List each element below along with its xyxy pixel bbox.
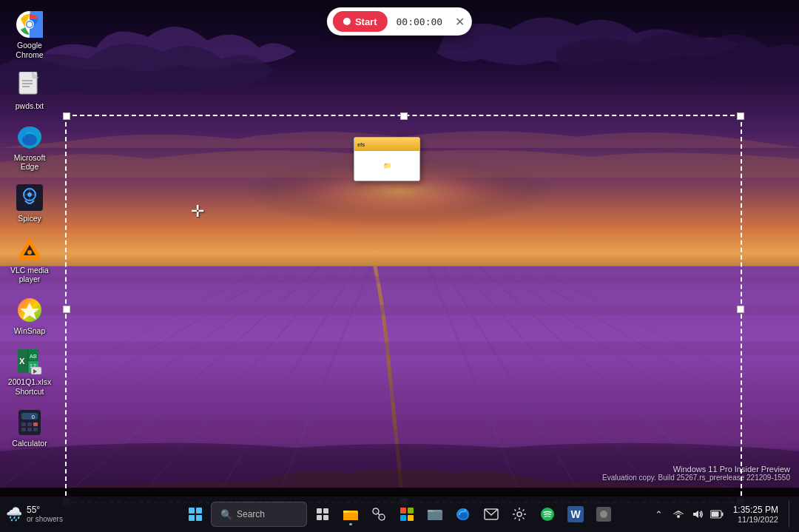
recording-toolbar: Start 00:00:00 ✕	[327, 7, 472, 36]
icon-excel[interactable]: X A B 1 2 2001Q1.xlsx Shortcut	[4, 344, 55, 399]
taskbar-snip[interactable]	[366, 502, 391, 527]
pwds-icon	[16, 71, 44, 99]
winsnap-icon	[16, 296, 44, 324]
handle-top-center[interactable]	[400, 112, 408, 120]
svg-text:B: B	[33, 354, 37, 359]
svg-point-104	[517, 512, 522, 516]
svg-text:0: 0	[32, 414, 36, 420]
svg-rect-85	[33, 428, 38, 431]
search-icon: 🔍	[220, 509, 232, 520]
pwds-label: pwds.txt	[16, 101, 44, 111]
clock-date: 11/19/2022	[733, 515, 778, 524]
icon-vlc[interactable]: VLC media player	[4, 232, 55, 287]
timer-display: 00:00:00	[394, 16, 446, 27]
svg-rect-111	[711, 512, 718, 517]
svg-rect-19	[0, 275, 799, 283]
chrome-icon	[16, 10, 44, 38]
taskbar-file-explorer[interactable]	[338, 502, 363, 527]
edge-label: Microsoft Edge	[7, 153, 53, 172]
svg-rect-99	[408, 508, 414, 514]
show-desktop-button[interactable]	[789, 501, 793, 528]
weather-temp: 55°	[27, 505, 63, 515]
svg-rect-20	[0, 305, 799, 315]
close-icon: ✕	[455, 15, 465, 29]
taskbar-folder[interactable]	[422, 502, 448, 527]
taskbar-spotify[interactable]	[535, 502, 560, 527]
svg-rect-88	[189, 515, 195, 521]
svg-rect-91	[323, 508, 328, 514]
start-menu-button[interactable]	[183, 502, 208, 527]
svg-point-62	[27, 250, 32, 255]
taskbar-store[interactable]	[394, 502, 419, 527]
icon-pwds-txt[interactable]: pwds.txt	[4, 68, 55, 114]
weather-icon: 🌧️	[6, 506, 22, 522]
winsnap-label: WinSnap	[14, 326, 46, 336]
handle-top-left[interactable]	[63, 112, 70, 120]
svg-rect-93	[323, 515, 328, 520]
icon-google-chrome[interactable]: Google Chrome	[4, 7, 55, 62]
desktop: efs 📁 Google C	[0, 0, 799, 532]
win-text-line1: Windows 11 Pro Insider Preview	[602, 465, 790, 474]
taskbar-task-view[interactable]	[310, 502, 335, 527]
desktop-icons-column: Google Chrome pwds.txt	[0, 0, 59, 458]
start-button[interactable]: Start	[333, 11, 388, 32]
svg-rect-75	[31, 367, 41, 374]
handle-top-right[interactable]	[737, 112, 744, 120]
taskbar: 🌧️ 55° or showers 🔍 Search	[0, 496, 799, 532]
taskbar-word[interactable]: W	[563, 502, 588, 527]
svg-rect-98	[400, 508, 406, 514]
search-label: Search	[237, 509, 265, 519]
svg-rect-80	[21, 422, 26, 426]
svg-rect-81	[27, 422, 32, 426]
system-tray: ⌃	[650, 501, 793, 528]
svg-rect-90	[317, 508, 322, 514]
icon-calculator[interactable]: 0 Calculator	[4, 405, 55, 451]
win-build-line: Evaluation copy. Build 25267.rs_prerelea…	[602, 474, 790, 482]
tray-chevron[interactable]: ⌃	[650, 505, 668, 523]
svg-rect-22	[0, 385, 799, 402]
svg-rect-101	[408, 515, 414, 521]
calculator-label: Calculator	[12, 439, 47, 448]
svg-point-107	[600, 511, 607, 518]
fe-title: efs	[357, 142, 365, 147]
weather-desc: or showers	[27, 515, 63, 523]
taskbar-app-extra[interactable]	[591, 502, 616, 527]
tray-battery[interactable]	[708, 505, 726, 523]
svg-rect-83	[21, 428, 26, 431]
taskbar-center-icons: 🔍 Search	[183, 502, 616, 527]
chrome-label: Google Chrome	[7, 41, 53, 59]
tray-network[interactable]	[670, 505, 687, 523]
svg-rect-84	[27, 428, 32, 431]
taskbar-edge[interactable]	[451, 502, 476, 527]
start-label: Start	[355, 16, 377, 27]
svg-rect-82	[33, 422, 38, 426]
toolbar-close-button[interactable]: ✕	[451, 13, 468, 30]
record-indicator	[343, 18, 351, 25]
icon-spicey[interactable]: Spicey	[4, 181, 55, 226]
system-clock[interactable]: 1:35:25 PM 11/19/2022	[729, 503, 783, 525]
svg-rect-78	[21, 413, 38, 420]
taskbar-mail[interactable]	[479, 502, 504, 527]
spicey-icon	[16, 183, 44, 212]
file-explorer-thumbnail[interactable]: efs 📁	[354, 137, 420, 181]
svg-point-47	[27, 22, 33, 27]
tray-volume[interactable]	[689, 505, 707, 523]
chevron-icon: ⌃	[655, 509, 663, 520]
svg-rect-60	[21, 257, 38, 260]
edge-icon	[16, 123, 44, 151]
icon-microsoft-edge[interactable]: Microsoft Edge	[4, 120, 55, 175]
fe-titlebar: efs	[354, 138, 419, 151]
svg-rect-110	[721, 513, 723, 516]
svg-text:X: X	[19, 357, 25, 366]
taskbar-settings[interactable]	[507, 502, 532, 527]
taskbar-search[interactable]: 🔍 Search	[211, 502, 307, 527]
spicey-label: Spicey	[18, 214, 41, 223]
icon-winsnap[interactable]: WinSnap	[4, 293, 55, 339]
clock-time: 1:35:25 PM	[733, 505, 778, 515]
excel-icon: X A B 1 2	[16, 347, 44, 375]
vlc-label: VLC media player	[7, 266, 53, 284]
svg-rect-86	[189, 508, 195, 514]
svg-rect-89	[196, 515, 202, 521]
weather-widget[interactable]: 🌧️ 55° or showers	[6, 505, 95, 523]
svg-rect-100	[400, 515, 406, 521]
